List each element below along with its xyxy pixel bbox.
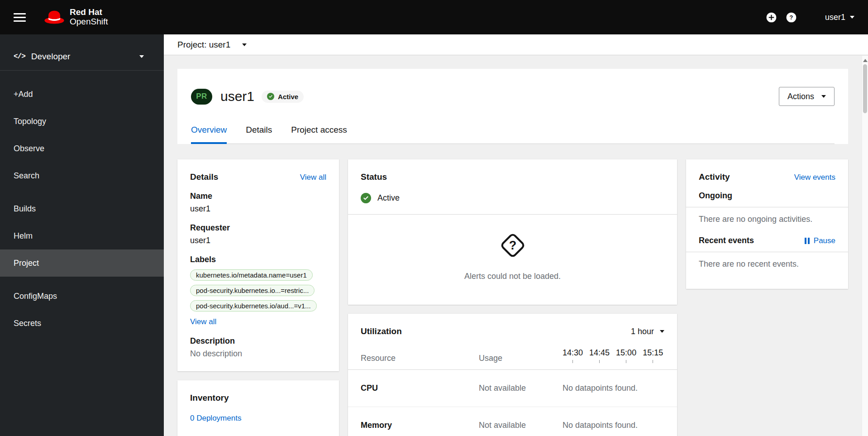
sidebar-nav: +Add Topology Observe Search Builds Helm…: [0, 71, 164, 337]
svg-text:?: ?: [790, 14, 793, 20]
chevron-down-icon: [242, 43, 247, 46]
main-content: Project: user1 PR user1 Active: [164, 34, 868, 436]
inventory-card-title: Inventory: [190, 393, 326, 403]
time-tick-label: 14:45: [589, 348, 610, 358]
activity-card-title: Activity: [699, 172, 730, 182]
requester-label: Requester: [190, 223, 326, 233]
sidebar-item-topology[interactable]: Topology: [0, 108, 164, 135]
activity-card: Activity View events Ongoing There are n…: [686, 159, 848, 289]
details-view-all-link[interactable]: View all: [300, 173, 326, 182]
name-label: Name: [190, 192, 326, 201]
add-circle-icon[interactable]: [762, 7, 782, 27]
project-status-label: Active: [278, 93, 298, 101]
sidebar-item-configmaps[interactable]: ConfigMaps: [0, 283, 164, 310]
duration-dropdown[interactable]: 1 hour: [631, 327, 664, 336]
utilization-card: Utilization 1 hour Resource Usage 14:30 …: [348, 314, 677, 436]
utilization-row-cpu: CPU Not available No datapoints found.: [361, 370, 664, 407]
nav-toggle-button[interactable]: [14, 13, 26, 22]
sidebar-item-project[interactable]: Project: [0, 249, 164, 277]
user-menu-label: user1: [825, 13, 845, 22]
project-selector-label: Project: user1: [177, 40, 230, 50]
scrollbar[interactable]: [862, 56, 868, 436]
project-status-badge: Active: [262, 91, 304, 103]
chevron-down-icon: [139, 55, 144, 58]
label-pill[interactable]: pod-security.kubernetes.io/aud...=v1...: [190, 300, 317, 311]
redhat-openshift-logo: Red Hat OpenShift: [44, 8, 108, 27]
svg-text:?: ?: [509, 239, 516, 252]
code-icon: </>: [14, 53, 25, 61]
tab-overview[interactable]: Overview: [191, 125, 227, 144]
sidebar-item-search[interactable]: Search: [0, 162, 164, 189]
label-pill[interactable]: kubernetes.io/metadata.name=user1: [190, 269, 313, 281]
tab-project-access[interactable]: Project access: [291, 125, 347, 144]
sidebar-item-add[interactable]: +Add: [0, 81, 164, 108]
utilization-row-memory: Memory Not available No datapoints found…: [361, 407, 664, 436]
user-menu[interactable]: user1: [825, 13, 854, 22]
resource-datapoints: No datapoints found.: [560, 383, 664, 393]
redhat-fedora-icon: [44, 10, 65, 24]
project-bar: Project: user1: [164, 34, 868, 55]
project-selector[interactable]: Project: user1: [177, 40, 247, 50]
chevron-down-icon: [660, 330, 664, 333]
inventory-card: Inventory 0 Deployments: [177, 380, 339, 436]
project-resource-badge: PR: [191, 89, 212, 105]
chevron-down-icon: [821, 95, 826, 98]
perspective-switcher[interactable]: </> Developer: [0, 43, 164, 71]
details-card-title: Details: [190, 172, 218, 182]
view-events-link[interactable]: View events: [794, 173, 835, 182]
status-card: Status Active ? Alert: [348, 159, 677, 305]
check-circle-icon: [361, 193, 371, 203]
tab-details[interactable]: Details: [246, 125, 272, 144]
name-value: user1: [190, 204, 326, 214]
resource-column-header: Resource: [361, 354, 479, 363]
ongoing-heading: Ongoing: [699, 191, 835, 207]
tabs: Overview Details Project access: [191, 125, 835, 144]
labels-label: Labels: [190, 255, 326, 264]
sidebar-item-helm[interactable]: Helm: [0, 222, 164, 249]
sidebar-item-builds[interactable]: Builds: [0, 195, 164, 222]
brand-line2: OpenShift: [70, 17, 108, 27]
help-icon[interactable]: ?: [782, 7, 801, 27]
alerts-error-message: Alerts could not be loaded.: [464, 272, 561, 281]
question-diamond-icon: ?: [498, 231, 527, 260]
no-ongoing-message: There are no ongoing activities.: [699, 207, 835, 231]
resource-datapoints: No datapoints found.: [560, 421, 664, 430]
description-label: Description: [190, 336, 326, 346]
resource-usage: Not available: [479, 421, 560, 430]
status-active-label: Active: [377, 193, 400, 203]
page-header: PR user1 Active Actions Overview Detai: [177, 69, 848, 144]
resource-name: CPU: [361, 383, 479, 393]
time-axis: 14:30 14:45 15:00 15:15: [560, 348, 664, 363]
deployments-link[interactable]: 0 Deployments: [190, 414, 241, 423]
sidebar-item-secrets[interactable]: Secrets: [0, 310, 164, 337]
duration-label: 1 hour: [631, 327, 654, 336]
check-circle-icon: [267, 93, 274, 100]
scrollbar-thumb[interactable]: [863, 64, 867, 113]
label-pill[interactable]: pod-security.kubernetes.io...=restric...: [190, 285, 315, 296]
overview-dashboard: Details View all Name user1 Requester us…: [177, 159, 848, 436]
labels-list: kubernetes.io/metadata.name=user1 pod-se…: [190, 269, 326, 311]
pause-button[interactable]: Pause: [805, 236, 835, 245]
pause-label: Pause: [814, 236, 835, 245]
masthead: Red Hat OpenShift ? user1: [0, 0, 868, 34]
utilization-header-row: Resource Usage 14:30 14:45 15:00 15:15: [361, 348, 664, 363]
time-tick-label: 15:00: [616, 348, 636, 358]
pause-icon: [805, 238, 810, 244]
recent-events-heading: Recent events: [699, 236, 754, 245]
requester-value: user1: [190, 236, 326, 245]
sidebar-item-observe[interactable]: Observe: [0, 135, 164, 162]
time-tick-label: 14:30: [563, 348, 583, 358]
utilization-card-title: Utilization: [361, 326, 402, 336]
resource-name: Memory: [361, 421, 479, 430]
hamburger-icon: [14, 13, 26, 14]
description-value: No description: [190, 349, 326, 359]
scroll-up-arrow-icon[interactable]: [863, 59, 868, 62]
time-tick-label: 15:15: [643, 348, 663, 358]
actions-dropdown[interactable]: Actions: [779, 87, 835, 106]
no-recent-events-message: There are no recent events.: [699, 252, 835, 276]
page-content: PR user1 Active Actions Overview Detai: [164, 55, 868, 436]
labels-view-all-link[interactable]: View all: [190, 317, 216, 326]
page-title: user1: [220, 89, 254, 104]
actions-label: Actions: [787, 92, 814, 101]
brand-line1: Red Hat: [70, 8, 108, 17]
